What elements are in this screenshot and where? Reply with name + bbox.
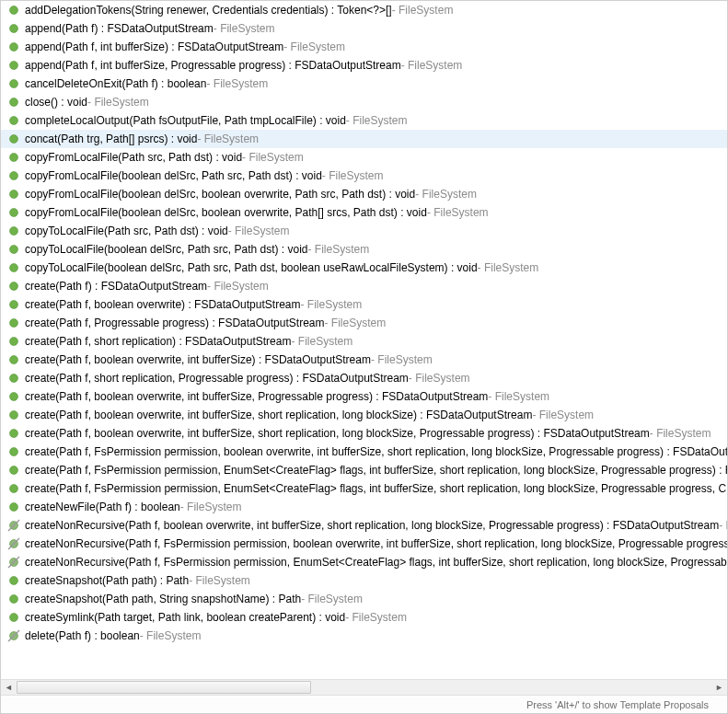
scroll-right-arrow-icon[interactable]: ► <box>711 680 727 696</box>
proposal-item[interactable]: append(Path f, int bufferSize, Progressa… <box>1 56 727 75</box>
method-public-icon <box>6 187 21 202</box>
proposal-item[interactable]: copyToLocalFile(boolean delSrc, Path src… <box>1 259 727 277</box>
svg-point-25 <box>10 466 18 475</box>
method-public-icon <box>6 444 21 459</box>
method-public-icon <box>6 500 21 514</box>
method-public-icon <box>6 260 21 275</box>
horizontal-scrollbar[interactable]: ◄ ► <box>1 679 727 695</box>
method-public-icon <box>6 40 21 54</box>
proposal-item[interactable]: append(Path f, int bufferSize) : FSDataO… <box>1 38 727 56</box>
proposal-item[interactable]: createSymlink(Path target, Path link, bo… <box>1 608 727 627</box>
svg-point-16 <box>10 301 18 309</box>
method-signature: copyFromLocalFile(Path src, Path dst) : … <box>25 151 242 164</box>
scroll-thumb[interactable] <box>17 681 311 694</box>
svg-point-24 <box>10 448 18 456</box>
svg-point-12 <box>10 227 18 236</box>
method-signature: create(Path f, boolean overwrite) : FSDa… <box>25 298 300 311</box>
proposal-item[interactable]: createNonRecursive(Path f, FsPermission … <box>1 553 727 571</box>
proposal-item[interactable]: createNonRecursive(Path f, FsPermission … <box>1 535 727 553</box>
proposal-item[interactable]: create(Path f) : FSDataOutputStreamFileS… <box>1 277 727 295</box>
method-deprecated-icon <box>6 628 21 643</box>
method-signature: createSymlink(Path target, Path link, bo… <box>25 611 345 624</box>
proposal-item[interactable]: copyToLocalFile(boolean delSrc, Path src… <box>1 240 727 259</box>
proposal-item[interactable]: create(Path f, boolean overwrite, int bu… <box>1 406 727 424</box>
method-signature: append(Path f) : FSDataOutputStream <box>25 22 214 35</box>
method-signature: copyToLocalFile(boolean delSrc, Path src… <box>25 261 478 274</box>
svg-point-2 <box>10 43 18 52</box>
svg-point-19 <box>10 356 18 364</box>
method-public-icon <box>6 279 21 294</box>
proposal-item[interactable]: create(Path f, boolean overwrite, int bu… <box>1 351 727 369</box>
method-public-icon <box>6 58 21 73</box>
proposal-item[interactable]: addDelegationTokens(String renewer, Cred… <box>1 1 727 19</box>
method-origin: FileSystem <box>283 40 345 53</box>
proposal-item[interactable]: append(Path f) : FSDataOutputStreamFileS… <box>1 19 727 38</box>
proposal-item[interactable]: copyFromLocalFile(boolean delSrc, Path s… <box>1 167 727 185</box>
method-signature: copyFromLocalFile(boolean delSrc, boolea… <box>25 188 415 201</box>
proposal-item[interactable]: copyFromLocalFile(boolean delSrc, boolea… <box>1 185 727 203</box>
svg-point-6 <box>10 117 18 125</box>
proposal-item[interactable]: createNewFile(Path f) : booleanFileSyste… <box>1 498 727 516</box>
method-public-icon <box>6 316 21 330</box>
method-public-icon <box>6 592 21 606</box>
method-signature: cancelDeleteOnExit(Path f) : boolean <box>25 77 206 90</box>
method-signature: create(Path f, boolean overwrite, int bu… <box>25 390 488 403</box>
proposal-item[interactable]: copyFromLocalFile(boolean delSrc, boolea… <box>1 203 727 222</box>
method-signature: create(Path f) : FSDataOutputStream <box>25 280 207 293</box>
proposal-item[interactable]: close() : voidFileSystem <box>1 93 727 111</box>
method-public-icon <box>6 573 21 588</box>
method-origin: FileSystem <box>228 225 290 237</box>
proposal-item[interactable]: delete(Path f) : booleanFileSystem <box>1 627 727 645</box>
proposal-item[interactable]: copyToLocalFile(Path src, Path dst) : vo… <box>1 222 727 240</box>
svg-point-15 <box>10 282 18 291</box>
scroll-left-arrow-icon[interactable]: ◄ <box>1 680 17 696</box>
method-signature: create(Path f, boolean overwrite, int bu… <box>25 427 650 440</box>
scroll-track[interactable] <box>17 680 711 696</box>
proposal-item[interactable]: create(Path f, FsPermission permission, … <box>1 461 727 479</box>
method-public-icon <box>6 242 21 257</box>
method-public-icon <box>6 21 21 36</box>
proposal-item[interactable]: cancelDeleteOnExit(Path f) : booleanFile… <box>1 75 727 93</box>
method-public-icon <box>6 3 21 17</box>
proposal-item[interactable]: createSnapshot(Path path) : PathFileSyst… <box>1 571 727 590</box>
proposal-item[interactable]: createSnapshot(Path path, String snapsho… <box>1 590 727 608</box>
svg-point-22 <box>10 411 18 420</box>
method-public-icon <box>6 463 21 478</box>
method-deprecated-icon <box>6 536 21 551</box>
svg-point-20 <box>10 374 18 383</box>
proposal-item[interactable]: create(Path f, FsPermission permission, … <box>1 479 727 498</box>
proposal-item[interactable]: create(Path f, boolean overwrite) : FSDa… <box>1 295 727 314</box>
proposal-item[interactable]: create(Path f, Progressable progress) : … <box>1 314 727 332</box>
method-origin: FileSystem <box>345 611 407 624</box>
method-signature: copyFromLocalFile(boolean delSrc, boolea… <box>25 206 427 219</box>
svg-point-26 <box>10 485 18 493</box>
svg-point-14 <box>10 264 18 272</box>
proposal-item[interactable]: completeLocalOutput(Path fsOutputFile, P… <box>1 111 727 130</box>
method-signature: createNonRecursive(Path f, boolean overw… <box>25 519 719 532</box>
method-signature: create(Path f, FsPermission permission, … <box>25 482 727 495</box>
method-public-icon <box>6 297 21 312</box>
proposal-item[interactable]: create(Path f, boolean overwrite, int bu… <box>1 424 727 443</box>
method-public-icon <box>6 389 21 404</box>
method-signature: delete(Path f) : boolean <box>25 629 140 642</box>
proposal-item[interactable]: create(Path f, short replication, Progre… <box>1 369 727 387</box>
autocomplete-list[interactable]: addDelegationTokens(String renewer, Cred… <box>1 1 727 679</box>
proposal-item[interactable]: create(Path f, short replication) : FSDa… <box>1 332 727 351</box>
svg-point-34 <box>10 577 18 585</box>
proposal-item[interactable]: create(Path f, FsPermission permission, … <box>1 443 727 461</box>
method-origin: FileSystem <box>291 335 352 348</box>
method-origin: FileSystem <box>427 206 489 219</box>
proposal-item[interactable]: createNonRecursive(Path f, boolean overw… <box>1 516 727 535</box>
svg-point-0 <box>10 6 18 15</box>
method-public-icon <box>6 426 21 441</box>
method-public-icon <box>6 610 21 625</box>
proposal-item[interactable]: copyFromLocalFile(Path src, Path dst) : … <box>1 148 727 167</box>
proposal-item[interactable]: create(Path f, boolean overwrite, int bu… <box>1 387 727 406</box>
method-signature: copyToLocalFile(Path src, Path dst) : vo… <box>25 225 228 237</box>
method-signature: createNonRecursive(Path f, FsPermission … <box>25 537 727 550</box>
svg-point-27 <box>10 503 18 512</box>
proposal-item[interactable]: concat(Path trg, Path[] psrcs) : voidFil… <box>1 130 727 148</box>
svg-point-21 <box>10 393 18 401</box>
method-origin: FileSystem <box>242 151 304 164</box>
method-origin: FileSystem <box>189 574 250 587</box>
